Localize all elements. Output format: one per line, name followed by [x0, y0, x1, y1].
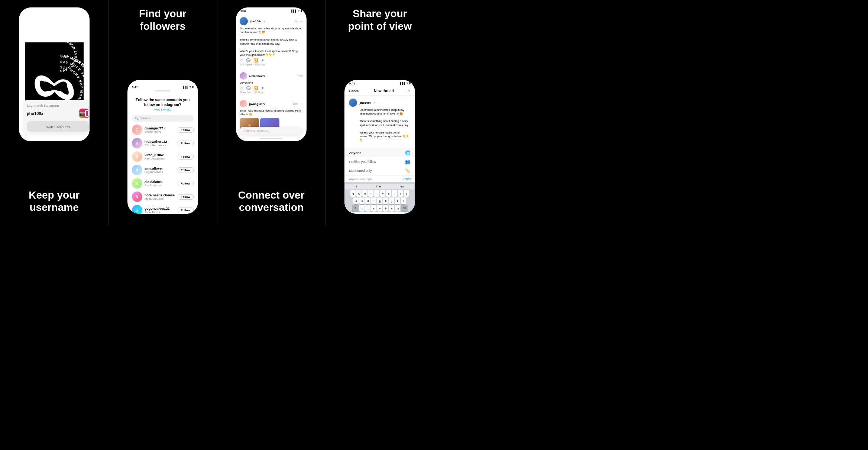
post-button[interactable]: Post — [404, 177, 411, 181]
key-shift[interactable]: ⇧ — [352, 205, 359, 212]
post-avatar-3 — [240, 100, 247, 107]
backspace-key[interactable]: ⌫ — [401, 205, 408, 212]
key-d[interactable]: d — [365, 197, 370, 204]
status-icons-2: ▌▌▌ ▿ ▮ — [183, 86, 194, 89]
repost-icon[interactable]: 🔁 — [253, 58, 258, 62]
post-more-1[interactable]: ··· — [300, 19, 303, 23]
key-b[interactable]: b — [383, 205, 388, 212]
follow-button[interactable]: Follow — [178, 167, 194, 173]
wifi-icon: ▿ — [298, 9, 299, 12]
key-q[interactable]: q — [350, 190, 356, 197]
signal-icon-4: ▌▌▌ — [400, 82, 405, 85]
mentioned-label: Mentioned only — [349, 169, 372, 173]
username: gogoncalves.21 — [145, 207, 175, 210]
key-s[interactable]: s — [359, 197, 365, 204]
wifi-icon-4: ▿ — [407, 82, 408, 85]
avatar: K — [132, 151, 142, 162]
key-l[interactable]: l — [401, 197, 406, 204]
scroll-indicator — [155, 90, 170, 91]
comment-icon-2[interactable]: 💬 — [246, 86, 250, 90]
key-x[interactable]: x — [365, 205, 370, 212]
follow-button[interactable]: Follow — [178, 127, 194, 133]
user-info: alo.daiane1 Am Anderson — [145, 180, 175, 187]
post-time-2: 32m — [298, 75, 303, 77]
key-m[interactable]: m — [395, 205, 400, 212]
new-thread-title: New thread — [374, 89, 394, 93]
reply-option-anyone[interactable]: Anyone 🌐 — [344, 148, 415, 157]
keyboard: I The I'm q w e r t y u i o p a s d — [344, 182, 415, 212]
share-icon-2[interactable]: ↗ — [261, 86, 264, 90]
tag-icon: 🏷️ — [405, 168, 411, 173]
search-bar[interactable]: 🔍 Search — [132, 115, 194, 122]
display-name: Juan Torres — [145, 210, 175, 214]
search-placeholder: Search — [140, 116, 151, 120]
wifi-icon: ▿ — [190, 86, 191, 89]
follow-button[interactable]: Follow — [178, 154, 194, 160]
follow-button[interactable]: Follow — [178, 181, 194, 186]
key-k[interactable]: k — [395, 197, 400, 204]
reply-option-mentioned[interactable]: Mentioned only 🏷️ — [344, 166, 415, 175]
key-t[interactable]: t — [374, 190, 379, 197]
user-info: gogoncalves.21 Juan Torres — [145, 207, 175, 214]
key-p[interactable]: p — [404, 190, 409, 197]
share-title: Share your point of view — [348, 7, 412, 32]
keep-username-title: Keep your username — [29, 189, 80, 214]
post-more-3[interactable]: ··· — [300, 102, 303, 106]
share-icon[interactable]: ↗ — [261, 58, 264, 62]
status-time-2: 9:41 — [132, 86, 138, 89]
key-h[interactable]: h — [383, 197, 388, 204]
cancel-button[interactable]: Cancel — [349, 89, 359, 93]
key-f[interactable]: f — [371, 197, 376, 204]
avatar: N — [132, 192, 142, 202]
thread-post-1: jiho100x ✓ 2h ··· Discovered a new coffe… — [236, 14, 307, 69]
key-e[interactable]: e — [362, 190, 367, 197]
panel-share: Share your point of view 9:41 ▌▌▌ ▿ ▮ Ca… — [326, 0, 434, 225]
reply-option-profiles[interactable]: Profiles you follow 👥 — [344, 157, 415, 166]
follow-button[interactable]: Follow — [178, 194, 194, 200]
key-v[interactable]: v — [377, 205, 382, 212]
user-info: aimi.allover Logan Wilwes — [145, 167, 175, 174]
reply-bar[interactable]: Reply to jiho100x... — [240, 127, 303, 135]
draft-icon[interactable]: ✎ — [408, 89, 411, 93]
follow-list: G gwangurl77 ✓ Yvette Merry Follow H hid… — [127, 123, 198, 214]
key-g[interactable]: g — [377, 197, 382, 204]
post-username-3: gwangurl77 — [249, 102, 265, 106]
keyboard-row-2: a s d f g h j k l — [345, 197, 414, 204]
instagram-icon[interactable]: 📷 — [79, 109, 89, 118]
comment-icon[interactable]: 💬 — [246, 58, 250, 62]
key-u[interactable]: u — [386, 190, 391, 197]
key-y[interactable]: y — [380, 190, 385, 197]
repost-icon-2[interactable]: 🔁 — [253, 86, 258, 90]
list-item: A aimi.allover Logan Wilwes Follow — [127, 163, 198, 177]
post-text-3: This!!! Also taking a nice stroll along … — [240, 109, 303, 116]
post-text-1: Discovered a new coffee shop in my neigh… — [240, 27, 303, 57]
key-c[interactable]: c — [371, 205, 376, 212]
key-j[interactable]: j — [389, 197, 394, 204]
key-n[interactable]: n — [389, 205, 394, 212]
key-z[interactable]: z — [359, 205, 365, 212]
key-a[interactable]: a — [353, 197, 359, 204]
follow-button[interactable]: Follow — [178, 141, 194, 146]
post-header-3: gwangurl77 16m ··· — [240, 100, 303, 107]
switch-accounts-button[interactable]: Switch accounts — [27, 121, 89, 132]
new-thread-header: Cancel New thread ✎ — [344, 87, 415, 96]
follow-how-it-works[interactable]: How it works — [132, 108, 194, 111]
list-item: G gwangurl77 ✓ Yvette Merry Follow — [127, 123, 198, 136]
avatar: A — [132, 178, 142, 189]
switch-accounts-label: Switch accounts — [46, 125, 70, 129]
status-bar-3: 9:41 ▌▌▌ ▿ ▮ — [236, 7, 307, 14]
list-item: N nora.needs.cheese Myka MaCade Follow — [127, 190, 198, 203]
key-o[interactable]: o — [398, 190, 403, 197]
follow-button[interactable]: Follow — [178, 208, 194, 213]
like-icon-2[interactable]: ♡ — [240, 86, 243, 90]
key-r[interactable]: r — [368, 190, 373, 197]
post-header-2: aimi.allover 32m — [240, 72, 303, 80]
key-w[interactable]: w — [356, 190, 362, 197]
key-i[interactable]: i — [392, 190, 397, 197]
compose-text[interactable]: Discovered a new coffee shop in my neigh… — [349, 108, 411, 142]
like-icon[interactable]: ♡ — [240, 58, 243, 62]
post-stats-1: 244 replies · 2.2k likes — [240, 63, 303, 66]
display-name: Ellen Hernandez — [145, 144, 175, 147]
post-actions-2: ♡ 💬 🔁 ↗ — [240, 86, 303, 90]
list-item: K kiran_0706x Kleri Jabgeman Follow — [127, 150, 198, 163]
